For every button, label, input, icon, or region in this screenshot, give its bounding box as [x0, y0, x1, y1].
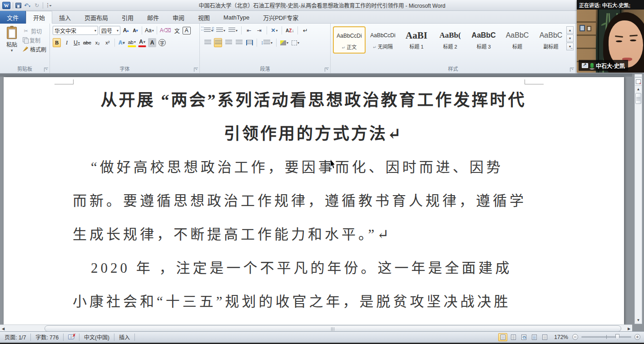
insert-mode-indicator[interactable]: 插入 [114, 334, 135, 341]
divider [282, 26, 282, 34]
font-name-combo[interactable]: 华文中宋▾ [53, 26, 98, 35]
outline-view-button[interactable] [530, 333, 539, 341]
shading-button[interactable]: ▾ [280, 38, 289, 47]
align-left-button[interactable] [203, 38, 212, 47]
vertical-scroll-thumb[interactable] [635, 93, 641, 104]
paste-button[interactable]: 粘贴 ▾ [3, 25, 21, 62]
bold-button[interactable]: B [53, 38, 61, 47]
style-heading-3[interactable]: AaBbC 标题 3 [467, 26, 500, 54]
distribute-icon [246, 40, 253, 45]
tab-mathtype[interactable]: MathType [217, 11, 256, 24]
undo-button[interactable]: ↶▾ [24, 2, 31, 9]
document-text[interactable]: 从开展 “两会”系列活动看思想政治教育工作发挥时代 引领作用的方式方法↵ “做好… [73, 84, 554, 319]
tab-view[interactable]: 视图 [191, 11, 217, 24]
font-size-combo[interactable]: 四号▾ [99, 26, 120, 35]
fullscreen-reading-view-button[interactable] [509, 333, 518, 341]
phonetic-guide-button[interactable]: 文 [173, 26, 181, 35]
enclose-characters-button[interactable]: 字 [158, 38, 166, 47]
text-effects-button[interactable]: A▾ [118, 38, 126, 47]
zoom-in-button[interactable]: + [634, 334, 640, 340]
page-indicator[interactable]: 页面: 1/7 [0, 334, 31, 341]
zoom-slider-thumb[interactable] [615, 334, 619, 340]
print-layout-view-button[interactable] [498, 333, 507, 341]
redo-button[interactable]: ↻ [33, 2, 40, 9]
justify-button[interactable] [235, 38, 243, 47]
underline-button[interactable]: U▾ [73, 38, 81, 47]
text-highlight-button[interactable]: ab▾ [128, 38, 136, 47]
tab-wanxing-pdf[interactable]: 万兴PDF专家 [256, 11, 305, 24]
tab-review[interactable]: 审阅 [166, 11, 191, 24]
scroll-left-button[interactable]: ◀ [0, 325, 6, 332]
change-case-button[interactable]: Aa▾ [144, 26, 154, 35]
increase-indent-button[interactable]: ⇥ [255, 26, 263, 35]
dialog-launcher-icon[interactable] [570, 68, 574, 72]
borders-button[interactable]: ▾ [291, 38, 300, 47]
word-app-icon[interactable]: W [2, 2, 10, 9]
tab-references[interactable]: 引用 [115, 11, 140, 24]
tab-page-layout[interactable]: 页面布局 [78, 11, 115, 24]
style-heading-1[interactable]: AaBI 标题 1 [400, 26, 433, 54]
shrink-font-button[interactable]: A▾ [131, 26, 139, 35]
microphone-icon [590, 63, 594, 68]
superscript-button[interactable]: x² [104, 38, 112, 47]
italic-button[interactable]: I [63, 38, 71, 47]
align-right-button[interactable] [224, 38, 233, 47]
distribute-button[interactable] [245, 38, 253, 47]
tab-home[interactable]: 开始 [26, 11, 52, 24]
ruler-toggle-button[interactable] [635, 78, 642, 86]
dialog-launcher-icon[interactable] [325, 68, 329, 72]
format-painter-button[interactable]: 格式刷 [23, 44, 49, 54]
align-center-button[interactable] [214, 38, 222, 47]
dialog-launcher-icon[interactable] [194, 68, 198, 72]
divider [13, 2, 13, 9]
zoom-out-button[interactable]: − [572, 334, 578, 340]
character-border-button[interactable]: A [183, 27, 191, 34]
zoom-level[interactable]: 172% [554, 334, 568, 340]
subscript-button[interactable]: x₂ [94, 38, 102, 47]
document-area[interactable]: 从开展 “两会”系列活动看思想政治教育工作发挥时代 引领作用的方式方法↵ “做好… [0, 74, 632, 324]
save-button[interactable] [15, 3, 21, 8]
style-no-spacing[interactable]: AaBbCcDi ↵ 无间隔 [367, 26, 399, 54]
tab-insert[interactable]: 插入 [52, 11, 78, 24]
split-handle[interactable] [635, 74, 642, 78]
character-shading-button[interactable]: A [148, 38, 156, 47]
bullet-list-icon [204, 28, 211, 33]
style-scroll-up-button[interactable]: ▲ [566, 26, 574, 34]
style-normal[interactable]: AaBbCcDi ↵ 正文 [333, 26, 366, 54]
style-subtitle[interactable]: AaBbC 副标题 [535, 26, 567, 54]
cut-button[interactable]: ✂ 剪切 [23, 26, 49, 35]
numbering-button[interactable]: ▾ [216, 26, 226, 35]
copy-button[interactable]: 复制 [23, 35, 49, 44]
show-hide-marks-button[interactable]: ↵ [301, 26, 309, 35]
webcam-overlay[interactable]: 正在讲话: 中石大-史凯; [577, 0, 644, 73]
style-gallery-more-button[interactable]: ▼̲ [566, 43, 574, 50]
grow-font-button[interactable]: A▴ [122, 26, 130, 35]
scroll-up-button[interactable]: ▲ [635, 86, 642, 93]
style-title[interactable]: AaBbC 标题 [501, 26, 534, 54]
tab-mailings[interactable]: 邮件 [140, 11, 166, 24]
strikethrough-button[interactable]: abc [83, 38, 92, 47]
word-count[interactable]: 字数: 776 [31, 334, 64, 341]
sort-button[interactable]: AZ↓ [285, 26, 294, 35]
decrease-indent-button[interactable]: ⇤ [245, 26, 253, 35]
scroll-right-button[interactable]: ▶ [626, 325, 632, 332]
language-indicator[interactable]: 中文(中国) [79, 334, 114, 341]
customize-qat-button[interactable]: ᎒▾ [45, 2, 53, 9]
asian-layout-button[interactable]: ✕▾ [270, 26, 278, 35]
horizontal-scroll-thumb[interactable] [45, 325, 621, 332]
style-heading-2[interactable]: AaBb( 标题 2 [434, 26, 466, 54]
proofing-status[interactable] [64, 334, 79, 341]
style-scroll-down-button[interactable]: ▼ [566, 34, 574, 42]
web-layout-view-button[interactable] [519, 333, 528, 341]
zoom-slider[interactable] [581, 336, 631, 338]
line-spacing-button[interactable]: ↕▾ [260, 38, 273, 47]
vertical-scrollbar[interactable]: ▲ ▼ [634, 74, 642, 324]
clear-formatting-button[interactable]: A⌫ [159, 26, 172, 35]
scroll-down-button[interactable]: ▼ [635, 317, 642, 324]
tab-file[interactable]: 文件 [0, 11, 26, 24]
multilevel-list-button[interactable]: ▾ [228, 26, 238, 35]
draft-view-button[interactable] [540, 333, 549, 341]
dialog-launcher-icon[interactable] [44, 68, 48, 72]
document-page[interactable]: 从开展 “两会”系列活动看思想政治教育工作发挥时代 引领作用的方式方法↵ “做好… [4, 77, 624, 324]
font-color-button[interactable]: A▾ [138, 38, 146, 47]
